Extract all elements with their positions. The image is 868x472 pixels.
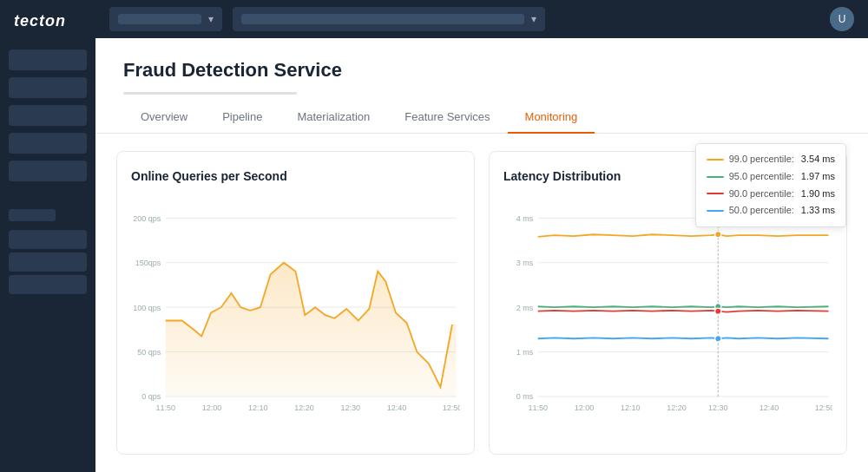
svg-text:3 ms: 3 ms [516,259,534,267]
svg-text:12:10: 12:10 [621,403,641,412]
tab-pipeline[interactable]: Pipeline [205,102,279,134]
tooltip-p90-label: 90.0 percentile: [729,186,794,203]
latency-tooltip: 99.0 percentile: 3.54 ms 95.0 percentile… [695,143,846,227]
tab-materialization[interactable]: Materialization [279,102,387,134]
svg-text:200 qps: 200 qps [133,214,161,223]
qps-chart-container: 200 qps 150qps 100 qps 50 qps 0 qps [131,193,460,440]
tooltip-p90: 90.0 percentile: 1.90 ms [707,186,835,203]
tooltip-p95-value: 1.97 ms [801,168,835,186]
sidebar-section-item-1[interactable] [9,230,87,249]
svg-text:0 qps: 0 qps [141,392,161,401]
latency-svg: 4 ms 3 ms 2 ms 1 ms 0 ms [503,193,832,440]
svg-text:12:00: 12:00 [575,403,595,412]
qps-chart-panel: Online Queries per Second 200 qps 150qps… [116,151,475,455]
svg-text:100 qps: 100 qps [133,304,161,312]
feature-store-label [241,14,524,24]
workspace-dropdown[interactable]: ▾ [109,7,222,31]
svg-text:50 qps: 50 qps [137,348,161,357]
sidebar-nav [0,43,95,192]
tooltip-p50: 50.0 percentile: 1.33 ms [707,202,835,220]
tooltip-p50-value: 1.33 ms [801,202,835,220]
tabs: Overview Pipeline Materialization Featur… [95,102,868,134]
qps-chart-title: Online Queries per Second [131,169,460,183]
tab-monitoring[interactable]: Monitoring [508,102,595,134]
svg-text:11:50: 11:50 [155,403,175,412]
svg-text:150qps: 150qps [135,259,161,267]
tooltip-p50-label: 50.0 percentile: [729,202,794,220]
sidebar-item-3[interactable] [9,105,87,126]
svg-point-31 [715,308,721,314]
svg-text:12:10: 12:10 [248,403,268,412]
svg-text:1 ms: 1 ms [516,348,534,357]
svg-text:12:20: 12:20 [667,403,687,412]
svg-text:12:30: 12:30 [708,403,728,412]
sidebar-item-2[interactable] [9,77,87,98]
page-title: Fraud Detection Service [123,59,840,82]
svg-text:12:40: 12:40 [760,403,779,412]
svg-text:4 ms: 4 ms [516,214,534,223]
svg-text:2 ms: 2 ms [516,304,534,312]
tab-overview[interactable]: Overview [123,102,205,134]
svg-text:12:50: 12:50 [443,403,460,412]
tooltip-p95: 95.0 percentile: 1.97 ms [707,168,835,186]
svg-point-32 [715,336,721,342]
user-avatar[interactable]: U [830,7,854,31]
charts-area: Online Queries per Second 200 qps 150qps… [95,134,868,472]
workspace-chevron: ▾ [208,13,214,25]
sidebar-section-item-3[interactable] [9,275,87,294]
svg-text:12:20: 12:20 [294,403,314,412]
tab-feature-services[interactable]: Feature Services [387,102,507,134]
page-header: Fraud Detection Service [95,38,868,95]
feature-store-chevron: ▾ [531,13,536,25]
tooltip-p90-value: 1.90 ms [801,186,835,203]
svg-point-29 [715,232,721,238]
svg-text:11:50: 11:50 [528,403,548,412]
tooltip-p95-label: 95.0 percentile: [729,168,794,186]
sidebar-section-item-2[interactable] [9,252,87,272]
latency-chart-panel: 99.0 percentile: 3.54 ms 95.0 percentile… [489,151,847,455]
tooltip-p99-value: 3.54 ms [801,151,835,168]
svg-text:12:50: 12:50 [815,403,832,412]
topbar: ▾ ▾ U [95,0,868,38]
svg-text:0 ms: 0 ms [516,392,534,401]
sidebar-item-1[interactable] [9,49,87,70]
sidebar-item-5[interactable] [9,161,87,181]
breadcrumb [123,92,297,95]
svg-text:12:30: 12:30 [340,403,360,412]
tooltip-p99-label: 99.0 percentile: [729,151,794,168]
feature-store-dropdown[interactable]: ▾ [233,7,545,31]
svg-marker-10 [166,263,457,397]
svg-text:12:40: 12:40 [387,403,407,412]
workspace-label [118,14,201,24]
sidebar: tecton [0,0,95,472]
main-area: ▾ ▾ U Fraud Detection Service Overview P… [95,0,868,472]
sidebar-item-4[interactable] [9,133,87,154]
svg-text:12:00: 12:00 [202,403,222,412]
content-area: Fraud Detection Service Overview Pipelin… [95,38,868,472]
tooltip-p99: 99.0 percentile: 3.54 ms [707,151,835,168]
latency-chart-container: 4 ms 3 ms 2 ms 1 ms 0 ms [503,193,832,440]
qps-svg: 200 qps 150qps 100 qps 50 qps 0 qps [131,193,460,440]
logo: tecton [0,0,95,43]
